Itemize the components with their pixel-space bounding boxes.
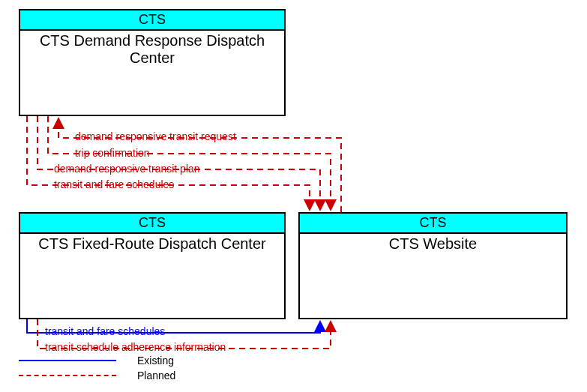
node-title: CTS Website [300,234,566,254]
legend-label-existing: Existing [137,355,174,367]
node-title: CTS Fixed-Route Dispatch Center [20,234,284,254]
legend-line-existing [19,360,116,361]
flow-label-f5: transit and fare schedules [45,325,165,337]
legend: Existing Planned [19,353,175,383]
flow-label-f1: demand responsive transit request [75,130,236,142]
node-demand-response: CTS CTS Demand Response Dispatch Center [19,9,286,116]
legend-row-existing: Existing [19,353,175,368]
node-header: CTS [20,10,284,31]
flow-label-f4: transit and fare schedules [54,178,174,190]
flow-label-f3: demand responsive transit plan [54,163,200,175]
node-website: CTS CTS Website [298,212,568,319]
node-header: CTS [300,214,566,234]
flow-label-f6: transit schedule adherence information [45,341,226,353]
node-header: CTS [20,214,284,234]
legend-row-planned: Planned [19,368,175,383]
legend-line-planned [19,375,116,376]
legend-label-planned: Planned [137,370,175,382]
flow-label-f2: trip confirmation [75,147,150,159]
node-title: CTS Demand Response Dispatch Center [20,31,284,68]
node-fixed-route: CTS CTS Fixed-Route Dispatch Center [19,212,286,319]
